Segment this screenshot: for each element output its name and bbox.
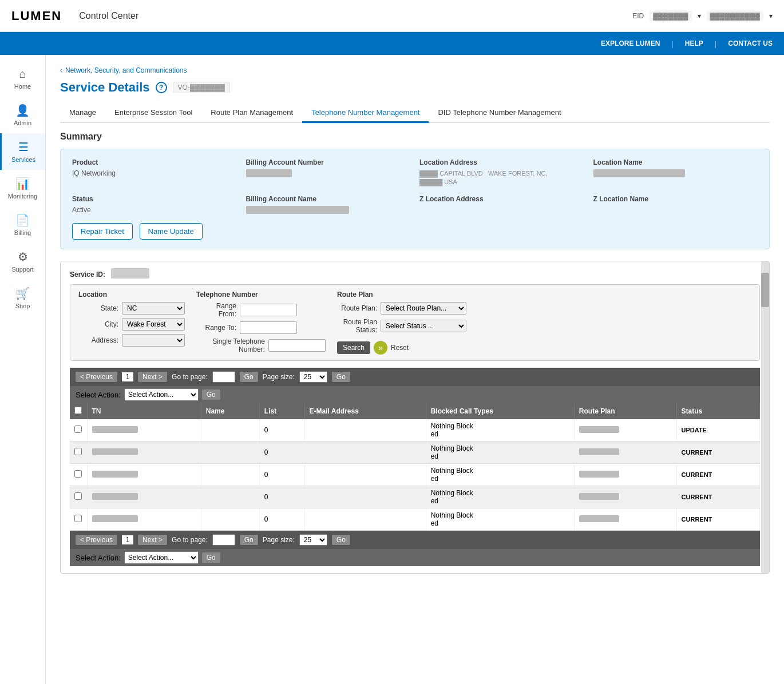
sidebar-item-support[interactable]: ⚙ Support <box>0 243 45 280</box>
col-email: E-Mail Address <box>304 403 426 419</box>
row-checkbox-0[interactable] <box>74 425 82 433</box>
sidebar-item-services[interactable]: ☰ Services <box>0 133 45 170</box>
table-row: 0 Nothing Blocked CURRENT <box>70 486 760 508</box>
tab-route-plan[interactable]: Route Plan Management <box>201 104 302 122</box>
account-chevron-icon[interactable]: ▾ <box>769 12 773 20</box>
table-row: 0 Nothing Blocked CURRENT <box>70 464 760 486</box>
breadcrumb-text[interactable]: Network, Security, and Communications <box>65 66 187 74</box>
route-plan-select[interactable]: Select Route Plan... <box>381 302 466 315</box>
main-content: ‹ Network, Security, and Communications … <box>46 55 784 684</box>
summary-field-status: Status Active <box>72 195 237 214</box>
repair-ticket-button[interactable]: Repair Ticket <box>72 223 133 240</box>
status-value-2: CURRENT <box>676 464 759 486</box>
sidebar: ⌂ Home 👤 Admin ☰ Services 📊 Monitoring 📄… <box>0 55 46 684</box>
go-page-button-bottom[interactable]: Go <box>240 535 258 545</box>
location-name-label: Location Name <box>593 158 758 166</box>
scrollbar-thumb[interactable] <box>761 273 769 307</box>
go-to-page-input-top[interactable] <box>212 371 235 383</box>
sidebar-item-monitoring[interactable]: 📊 Monitoring <box>0 170 45 206</box>
tab-navigation: Manage Enterprise Session Tool Route Pla… <box>60 104 770 123</box>
sidebar-label-shop: Shop <box>15 303 30 309</box>
tab-telephone-number[interactable]: Telephone Number Management <box>302 104 429 123</box>
sidebar-label-home: Home <box>14 83 31 90</box>
range-from-input[interactable] <box>240 304 297 316</box>
tab-manage[interactable]: Manage <box>60 104 105 122</box>
page-size-go-top[interactable]: Go <box>332 372 350 382</box>
summary-title: Summary <box>60 132 770 142</box>
billing-name-value <box>246 206 349 214</box>
tab-did-telephone[interactable]: DID Telephone Number Management <box>429 104 570 122</box>
contact-us-link[interactable]: CONTACT US <box>728 39 773 47</box>
select-all-checkbox[interactable] <box>74 407 82 414</box>
select-action-dropdown-top[interactable]: Select Action... Export Update <box>124 388 199 401</box>
eid-value: ▓▓▓▓▓▓▓ <box>650 11 691 21</box>
location-title: Location <box>78 291 185 299</box>
scrollbar-track[interactable] <box>761 261 769 573</box>
row-checkbox-4[interactable] <box>74 515 82 522</box>
city-select[interactable]: Wake Forest <box>122 318 185 331</box>
row-checkbox-1[interactable] <box>74 448 82 455</box>
status-value-3: CURRENT <box>676 486 759 508</box>
blocked-value-4: Nothing Blocked <box>426 508 574 531</box>
reset-button[interactable]: Reset <box>391 344 409 352</box>
next-page-button-top[interactable]: Next > <box>138 372 167 382</box>
go-page-button-top[interactable]: Go <box>240 372 258 382</box>
sidebar-item-billing[interactable]: 📄 Billing <box>0 206 45 243</box>
route-plan-status-select[interactable]: Select Status ... <box>381 320 466 332</box>
select-action-go-top[interactable]: Go <box>202 389 220 400</box>
state-select[interactable]: NC <box>122 302 185 315</box>
select-action-label-top: Select Action: <box>76 391 121 399</box>
help-link[interactable]: HELP <box>685 39 703 47</box>
prev-page-button-top[interactable]: < Previous <box>76 372 117 382</box>
account-value: ▓▓▓▓▓▓▓▓▓▓ <box>707 11 763 21</box>
list-value-3: 0 <box>259 486 304 508</box>
col-status: Status <box>676 403 759 419</box>
top-pagination-container: < Previous 1 Next > Go to page: Go Page … <box>70 368 760 403</box>
range-to-input[interactable] <box>240 321 297 334</box>
blocked-value-1: Nothing Blocked <box>426 442 574 464</box>
search-button[interactable]: Search <box>337 341 370 354</box>
summary-field-location-address: Location Address ▓▓▓▓ CAPITAL BLVD WAKE … <box>419 158 584 186</box>
city-row: City: Wake Forest <box>78 318 185 331</box>
single-tn-input[interactable] <box>268 339 326 352</box>
logo: LUMEN <box>11 9 62 23</box>
current-page-bottom: 1 <box>122 535 133 544</box>
select-action-go-bottom[interactable]: Go <box>202 552 220 563</box>
data-table: TN Name List E-Mail Address Blocked Call… <box>70 403 760 531</box>
sidebar-item-shop[interactable]: 🛒 Shop <box>0 280 45 316</box>
tab-enterprise-session[interactable]: Enterprise Session Tool <box>105 104 201 122</box>
sidebar-item-admin[interactable]: 👤 Admin <box>0 97 45 133</box>
col-blocked: Blocked Call Types <box>426 403 574 419</box>
search-arrow-icon[interactable]: » <box>374 341 387 355</box>
go-to-page-input-bottom[interactable] <box>212 534 235 546</box>
explore-lumen-link[interactable]: EXPLORE LUMEN <box>601 39 660 47</box>
route-plan-status-row: Route Plan Status: Select Status ... <box>337 318 466 334</box>
sidebar-item-home[interactable]: ⌂ Home <box>0 61 45 97</box>
list-value-2: 0 <box>259 464 304 486</box>
search-btn-group: Search » Reset <box>337 341 466 355</box>
bottom-pagination-container: < Previous 1 Next > Go to page: Go Page … <box>70 531 760 566</box>
prev-page-button-bottom[interactable]: < Previous <box>76 535 117 545</box>
row-checkbox-2[interactable] <box>74 470 82 478</box>
help-circle-icon[interactable]: ? <box>156 82 167 93</box>
route-plan-title: Route Plan <box>337 291 466 299</box>
address-select[interactable] <box>122 334 185 347</box>
tn-value-3 <box>92 493 138 500</box>
summary-actions: Repair Ticket Name Update <box>72 223 758 240</box>
app-title: Control Center <box>79 11 632 21</box>
chevron-down-icon[interactable]: ▾ <box>698 12 701 20</box>
eid-label: EID <box>632 12 644 20</box>
route-plan-value-0 <box>579 426 619 433</box>
page-size-select-bottom[interactable]: 25 50 100 <box>299 534 327 546</box>
name-update-button[interactable]: Name Update <box>140 223 203 240</box>
route-plan-value-4 <box>579 515 619 522</box>
select-action-dropdown-bottom[interactable]: Select Action... Export Update <box>124 551 199 564</box>
telephone-section: Telephone Number Range From: Range To: S… <box>196 291 326 355</box>
page-size-select-top[interactable]: 25 50 100 <box>299 371 327 383</box>
breadcrumb-arrow-icon: ‹ <box>60 66 62 74</box>
email-value-0 <box>304 419 426 442</box>
next-page-button-bottom[interactable]: Next > <box>138 535 167 545</box>
row-checkbox-3[interactable] <box>74 492 82 500</box>
page-size-go-bottom[interactable]: Go <box>332 535 350 545</box>
summary-field-location-name: Location Name <box>593 158 758 186</box>
